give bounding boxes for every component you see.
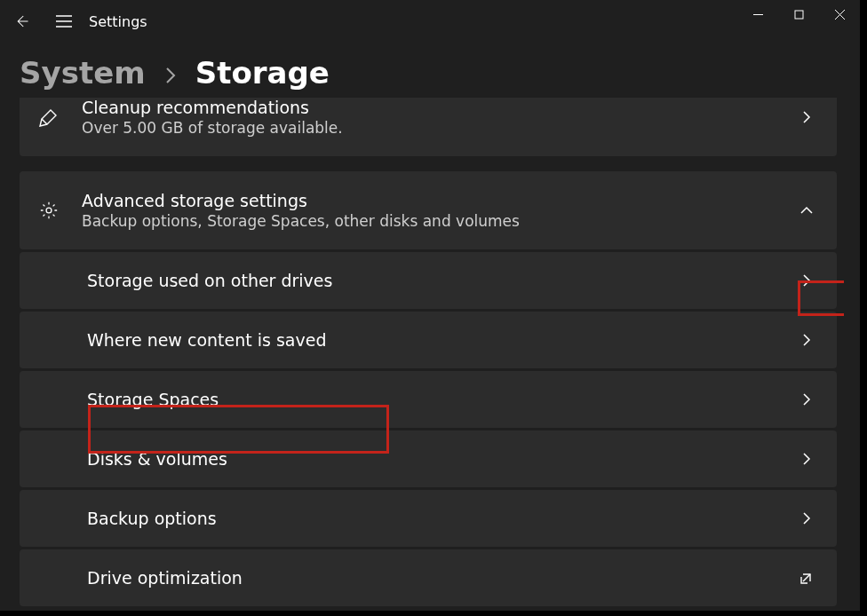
- sub-item-disks-volumes[interactable]: Disks & volumes: [20, 430, 837, 487]
- sub-item-where-new-content-saved[interactable]: Where new content is saved: [20, 312, 837, 368]
- sub-item-label: Backup options: [87, 509, 794, 528]
- breadcrumb-current: Storage: [195, 55, 330, 91]
- breadcrumb: System Storage: [0, 43, 860, 103]
- close-button[interactable]: [819, 0, 860, 28]
- sub-item-label: Where new content is saved: [87, 330, 794, 350]
- gear-icon: [37, 201, 60, 220]
- sub-item-drive-optimization[interactable]: Drive optimization: [20, 549, 837, 606]
- sub-item-label: Drive optimization: [87, 568, 794, 588]
- cleanup-recommendations-card[interactable]: Cleanup recommendations Over 5.00 GB of …: [20, 98, 837, 156]
- advanced-storage-settings-expander[interactable]: Advanced storage settings Backup options…: [20, 171, 837, 249]
- svg-rect-0: [795, 11, 803, 19]
- breadcrumb-parent[interactable]: System: [20, 55, 146, 91]
- chevron-up-icon: [794, 198, 819, 223]
- advanced-title: Advanced storage settings: [82, 191, 794, 210]
- scrollbar-track[interactable]: [844, 98, 853, 611]
- chevron-right-icon: [794, 328, 819, 352]
- chevron-right-icon: [794, 506, 819, 531]
- chevron-right-icon: [165, 67, 176, 84]
- broom-icon: [37, 107, 60, 128]
- sub-item-label: Disks & volumes: [87, 449, 794, 469]
- chevron-right-icon: [794, 105, 819, 130]
- svg-point-1: [46, 208, 52, 213]
- titlebar: Settings: [0, 0, 860, 43]
- sub-item-label: Storage used on other drives: [87, 271, 794, 290]
- open-external-icon: [794, 565, 819, 590]
- chevron-right-icon: [794, 387, 819, 412]
- chevron-right-icon: [794, 446, 819, 471]
- chevron-right-icon: [794, 268, 819, 293]
- maximize-button[interactable]: [778, 0, 819, 28]
- sub-item-label: Storage Spaces: [87, 390, 794, 409]
- app-title: Settings: [89, 13, 147, 30]
- sub-item-storage-used-other-drives[interactable]: Storage used on other drives: [20, 252, 837, 309]
- cleanup-title: Cleanup recommendations: [82, 98, 794, 117]
- back-button[interactable]: [0, 0, 43, 43]
- advanced-subtitle: Backup options, Storage Spaces, other di…: [82, 212, 794, 230]
- minimize-button[interactable]: [737, 0, 778, 28]
- cleanup-subtitle: Over 5.00 GB of storage available.: [82, 119, 794, 137]
- sub-item-backup-options[interactable]: Backup options: [20, 490, 837, 547]
- content-area: Cleanup recommendations Over 5.00 GB of …: [20, 98, 853, 611]
- nav-menu-button[interactable]: [43, 6, 85, 36]
- sub-item-storage-spaces[interactable]: Storage Spaces: [20, 371, 837, 428]
